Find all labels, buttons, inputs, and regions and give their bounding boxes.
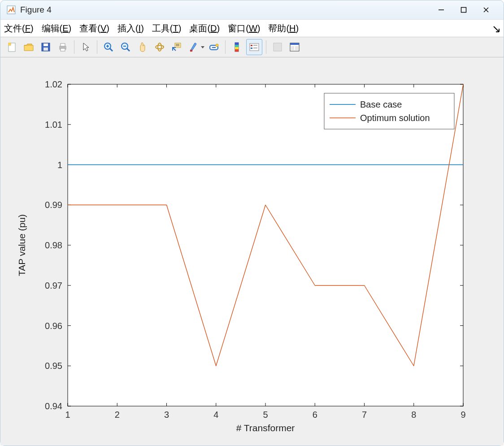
- svg-point-6: [8, 43, 11, 45]
- plot-browser-icon[interactable]: [287, 39, 302, 55]
- svg-text:4: 4: [213, 410, 218, 420]
- svg-text:2: 2: [115, 410, 120, 420]
- rotate-3d-icon[interactable]: [152, 39, 167, 55]
- link-data-icon[interactable]: [206, 39, 222, 55]
- svg-text:5: 5: [263, 410, 268, 420]
- svg-rect-42: [291, 46, 294, 50]
- svg-text:# Transformer: # Transformer: [236, 423, 295, 433]
- svg-rect-32: [235, 47, 239, 49]
- zoom-out-icon[interactable]: [118, 39, 133, 55]
- svg-text:1: 1: [65, 410, 70, 420]
- svg-text:0.99: 0.99: [45, 200, 62, 210]
- open-icon[interactable]: [21, 39, 36, 55]
- colorbar-icon[interactable]: [229, 39, 244, 55]
- svg-text:7: 7: [362, 410, 367, 420]
- axes[interactable]: 1234567890.940.950.960.970.980.9911.011.…: [0, 57, 504, 446]
- print-icon[interactable]: [55, 39, 70, 55]
- toolbar: [0, 37, 504, 57]
- svg-text:Base case: Base case: [360, 100, 402, 109]
- svg-point-28: [216, 44, 218, 47]
- svg-text:0.94: 0.94: [45, 401, 62, 411]
- new-figure-icon[interactable]: [4, 39, 19, 55]
- menu-window[interactable]: 窗口(W): [228, 22, 260, 35]
- menu-insert[interactable]: 插入(I): [117, 22, 144, 35]
- svg-rect-12: [61, 48, 65, 51]
- save-icon[interactable]: [38, 39, 53, 55]
- window-title: Figure 4: [20, 5, 52, 15]
- svg-rect-2: [461, 8, 466, 13]
- minimize-button[interactable]: [430, 0, 452, 19]
- pan-icon[interactable]: [135, 39, 150, 55]
- svg-rect-9: [43, 48, 48, 51]
- menu-view[interactable]: 查看(V): [79, 22, 109, 35]
- svg-rect-30: [235, 43, 239, 45]
- svg-rect-25: [190, 50, 192, 52]
- figure-window: Figure 4 文件(F) 编辑(E) 查看(V) 插入(I) 工具(T) 桌…: [0, 0, 504, 446]
- legend[interactable]: Base caseOptimum solution: [324, 93, 454, 129]
- svg-text:0.95: 0.95: [45, 361, 62, 371]
- dock-arrow-icon[interactable]: [493, 25, 500, 32]
- menu-bar: 文件(F) 编辑(E) 查看(V) 插入(I) 工具(T) 桌面(D) 窗口(W…: [0, 20, 504, 37]
- svg-rect-39: [274, 43, 282, 51]
- svg-rect-101: [324, 93, 454, 129]
- matlab-icon: [7, 5, 16, 14]
- svg-rect-35: [251, 45, 252, 46]
- svg-rect-8: [43, 43, 48, 46]
- svg-rect-41: [290, 43, 299, 45]
- menu-tools[interactable]: 工具(T): [152, 22, 182, 35]
- svg-text:1.01: 1.01: [45, 120, 62, 130]
- zoom-in-icon[interactable]: [101, 39, 116, 55]
- svg-text:6: 6: [313, 410, 317, 420]
- close-button[interactable]: [475, 0, 497, 19]
- legend-icon[interactable]: [246, 39, 262, 55]
- brush-icon[interactable]: [186, 39, 201, 55]
- svg-point-20: [156, 45, 164, 49]
- svg-text:Optimum solution: Optimum solution: [360, 113, 430, 123]
- menu-help[interactable]: 帮助(H): [268, 22, 299, 35]
- menu-file[interactable]: 文件(F): [4, 22, 34, 35]
- svg-rect-44: [68, 84, 463, 406]
- svg-line-14: [110, 48, 113, 51]
- svg-line-18: [127, 48, 130, 51]
- svg-rect-22: [175, 43, 181, 48]
- plot-selector-disabled-icon: [270, 39, 285, 55]
- svg-rect-36: [251, 48, 252, 49]
- figure-area: 1234567890.940.950.960.970.980.9911.011.…: [0, 57, 504, 446]
- pointer-icon[interactable]: [78, 39, 93, 55]
- svg-rect-31: [235, 45, 239, 47]
- svg-rect-11: [61, 43, 65, 46]
- svg-text:1.02: 1.02: [45, 79, 62, 89]
- svg-rect-43: [295, 46, 298, 50]
- svg-text:3: 3: [164, 410, 169, 420]
- svg-rect-33: [235, 49, 239, 52]
- brush-dropdown-icon[interactable]: [200, 39, 204, 55]
- data-cursor-icon[interactable]: [169, 39, 184, 55]
- svg-text:0.98: 0.98: [45, 240, 62, 250]
- menu-edit[interactable]: 编辑(E): [42, 22, 72, 35]
- svg-point-21: [158, 43, 161, 51]
- menu-desktop[interactable]: 桌面(D): [189, 22, 220, 35]
- svg-text:9: 9: [461, 410, 465, 420]
- svg-text:0.97: 0.97: [45, 281, 62, 290]
- maximize-button[interactable]: [452, 0, 475, 19]
- svg-text:0.96: 0.96: [45, 321, 62, 331]
- svg-text:TAP value (pu): TAP value (pu): [17, 214, 27, 276]
- svg-rect-34: [250, 43, 259, 51]
- svg-text:8: 8: [411, 410, 416, 420]
- title-bar: Figure 4: [0, 0, 504, 20]
- svg-text:1: 1: [57, 160, 62, 170]
